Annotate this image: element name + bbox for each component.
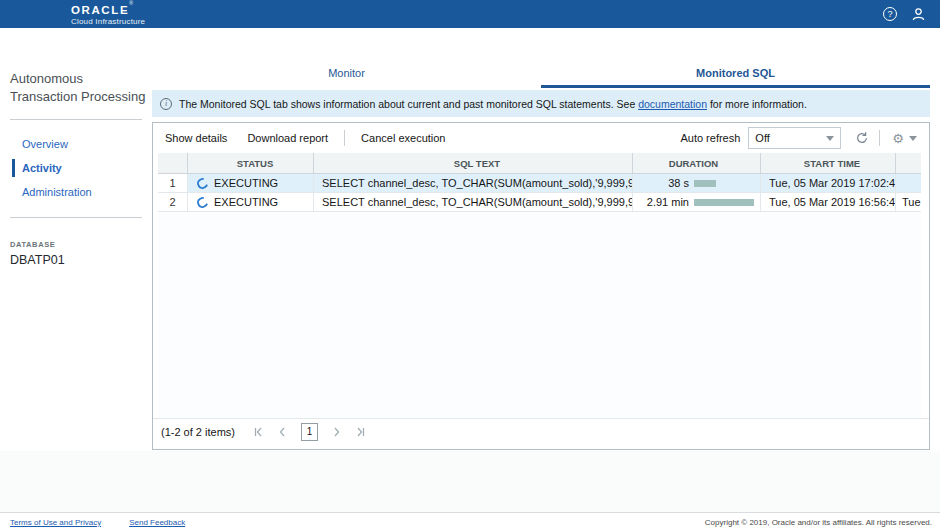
gear-icon: ⚙ bbox=[892, 132, 904, 145]
footer: Terms of Use and Privacy Send Feedback C… bbox=[0, 512, 940, 531]
header-status: STATUS bbox=[188, 153, 314, 173]
brand-subtitle: Cloud Infrastructure bbox=[71, 18, 145, 26]
pagination-bar: (1-2 of 2 items) 1 bbox=[153, 418, 929, 444]
chevron-right-icon bbox=[332, 427, 342, 437]
sql-text-cell: SELECT channel_desc, TO_CHAR(SUM(amount_… bbox=[314, 193, 633, 211]
service-title-line2: Transaction Processing bbox=[10, 88, 152, 106]
feedback-link[interactable]: Send Feedback bbox=[129, 518, 185, 527]
duration-bar bbox=[694, 180, 716, 187]
sidebar-item-activity[interactable]: Activity bbox=[0, 156, 152, 180]
tab-monitored-sql[interactable]: Monitored SQL bbox=[541, 60, 930, 88]
refresh-button[interactable] bbox=[851, 129, 873, 147]
monitored-sql-panel: Show details Download report Cancel exec… bbox=[152, 122, 930, 450]
terms-link[interactable]: Terms of Use and Privacy bbox=[10, 518, 101, 527]
table-toolbar: Show details Download report Cancel exec… bbox=[153, 123, 929, 153]
pagination-controls: 1 bbox=[253, 423, 366, 441]
next-page-button[interactable] bbox=[332, 427, 342, 437]
current-page-indicator[interactable]: 1 bbox=[301, 423, 318, 441]
auto-refresh-value: Off bbox=[755, 132, 769, 144]
refresh-icon bbox=[855, 131, 869, 145]
toolbar-divider bbox=[344, 130, 345, 146]
pagination-summary: (1-2 of 2 items) bbox=[161, 426, 235, 438]
extra-cell bbox=[896, 174, 921, 192]
sidebar-nav: Overview Activity Administration bbox=[0, 132, 152, 204]
last-page-icon bbox=[356, 427, 366, 437]
topbar-actions: ? bbox=[883, 7, 926, 22]
download-report-button[interactable]: Download report bbox=[247, 128, 328, 148]
help-icon[interactable]: ? bbox=[883, 7, 897, 21]
last-page-button[interactable] bbox=[356, 427, 366, 437]
documentation-link[interactable]: documentation bbox=[638, 98, 707, 110]
start-time-cell: Tue, 05 Mar 2019 16:56:45 GMT bbox=[761, 193, 896, 211]
show-details-button[interactable]: Show details bbox=[165, 128, 227, 148]
sidebar-item-administration[interactable]: Administration bbox=[0, 180, 152, 204]
banner-text: The Monitored SQL tab shows information … bbox=[179, 98, 807, 110]
header-sql-text: SQL TEXT bbox=[314, 153, 633, 173]
duration-cell: 38 s bbox=[633, 174, 761, 192]
auto-refresh-select[interactable]: Off bbox=[748, 127, 841, 149]
duration-value: 2.91 min bbox=[633, 196, 689, 208]
duration-bar bbox=[694, 199, 754, 206]
auto-refresh-label: Auto refresh bbox=[680, 132, 740, 144]
monitored-sql-table: STATUS SQL TEXT DURATION START TIME 1 EX… bbox=[158, 153, 921, 418]
table-settings-button[interactable]: ⚙ bbox=[888, 130, 921, 147]
header-duration: DURATION bbox=[633, 153, 761, 173]
page-bottom-strip bbox=[0, 451, 940, 512]
chevron-down-icon bbox=[826, 136, 834, 141]
database-name: DBATP01 bbox=[10, 253, 152, 267]
status-cell: EXECUTING bbox=[188, 174, 314, 192]
sidebar-divider-bottom bbox=[10, 217, 142, 218]
user-icon[interactable] bbox=[911, 7, 926, 22]
brand-name: ORACLE bbox=[71, 4, 129, 16]
status-text: EXECUTING bbox=[214, 177, 278, 189]
table-empty-area bbox=[158, 212, 921, 418]
banner-text-after: for more information. bbox=[707, 98, 807, 110]
sidebar: Autonomous Transaction Processing Overvi… bbox=[0, 28, 152, 451]
chevron-down-icon bbox=[909, 136, 917, 141]
executing-spinner-icon bbox=[195, 194, 210, 209]
chevron-left-icon bbox=[277, 427, 287, 437]
toolbar-divider-2 bbox=[879, 130, 880, 146]
table-row[interactable]: 1 EXECUTING SELECT channel_desc, TO_CHAR… bbox=[158, 174, 921, 193]
top-bar: ORACLE® Cloud Infrastructure ? bbox=[0, 0, 940, 28]
start-time-cell: Tue, 05 Mar 2019 17:02:44 GMT bbox=[761, 174, 896, 192]
copyright-text: Copyright © 2019, Oracle and/or its affi… bbox=[705, 518, 932, 527]
database-label: DATABASE bbox=[10, 240, 152, 249]
status-text: EXECUTING bbox=[214, 196, 278, 208]
cancel-execution-button[interactable]: Cancel execution bbox=[361, 128, 445, 148]
banner-text-before: The Monitored SQL tab shows information … bbox=[179, 98, 638, 110]
sidebar-divider-top bbox=[10, 119, 142, 120]
table-header-row: STATUS SQL TEXT DURATION START TIME bbox=[158, 153, 921, 174]
toolbar-right: Auto refresh Off ⚙ bbox=[680, 127, 921, 149]
info-banner: i The Monitored SQL tab shows informatio… bbox=[152, 90, 930, 117]
first-page-button[interactable] bbox=[253, 427, 263, 437]
sql-text-cell: SELECT channel_desc, TO_CHAR(SUM(amount_… bbox=[314, 174, 633, 192]
extra-cell: Tue, 0 bbox=[896, 193, 921, 211]
executing-spinner-icon bbox=[195, 175, 210, 190]
registered-mark: ® bbox=[129, 0, 133, 6]
tab-bar: Monitor Monitored SQL bbox=[152, 60, 930, 88]
table-row[interactable]: 2 EXECUTING SELECT channel_desc, TO_CHAR… bbox=[158, 193, 921, 212]
row-number: 1 bbox=[158, 174, 188, 192]
row-number: 2 bbox=[158, 193, 188, 211]
status-cell: EXECUTING bbox=[188, 193, 314, 211]
info-icon: i bbox=[160, 98, 172, 110]
oracle-logo: ORACLE® Cloud Infrastructure bbox=[71, 1, 145, 26]
service-title-line1: Autonomous bbox=[10, 70, 152, 88]
service-title: Autonomous Transaction Processing bbox=[0, 28, 152, 106]
first-page-icon bbox=[253, 427, 263, 437]
duration-value: 38 s bbox=[633, 177, 689, 189]
previous-page-button[interactable] bbox=[277, 427, 287, 437]
header-start-time: START TIME bbox=[761, 153, 896, 173]
header-extra bbox=[896, 153, 921, 173]
sidebar-item-overview[interactable]: Overview bbox=[0, 132, 152, 156]
duration-cell: 2.91 min bbox=[633, 193, 761, 211]
main-content: Monitor Monitored SQL i The Monitored SQ… bbox=[152, 28, 930, 451]
header-rownum bbox=[158, 153, 188, 173]
tab-monitor[interactable]: Monitor bbox=[152, 60, 541, 88]
